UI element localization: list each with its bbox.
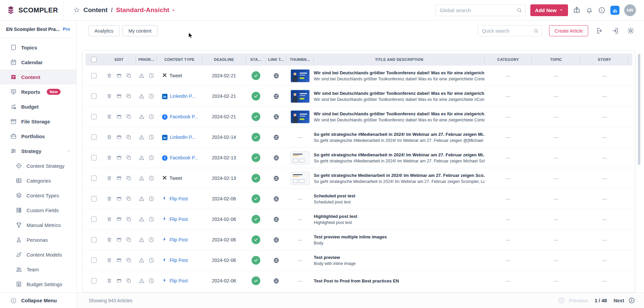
sidebar-item-reports[interactable]: Reports New (0, 84, 76, 99)
priority-warning-icon[interactable] (139, 93, 145, 99)
status-approved-icon[interactable] (252, 112, 260, 121)
content-type-link[interactable]: Flip Post (169, 217, 188, 222)
delete-icon[interactable] (106, 175, 112, 181)
chevron-down-icon[interactable] (66, 149, 71, 153)
sidebar-item-manual-metrics[interactable]: Manual Metrics (0, 218, 76, 232)
delete-icon[interactable] (106, 114, 112, 120)
column-header-thumbn[interactable]: THUMBN... (286, 53, 314, 66)
link-target-globe-icon[interactable] (273, 216, 279, 223)
column-header-link-t[interactable]: LINK T... (266, 53, 286, 66)
schedule-clock-icon[interactable] (148, 216, 154, 222)
sidebar-item-calendar[interactable]: Calendar (0, 55, 76, 70)
sidebar-item-content[interactable]: Content (0, 70, 76, 84)
duplicate-icon[interactable] (126, 257, 132, 263)
row-checkbox[interactable] (91, 114, 97, 119)
sidebar-item-portfolios[interactable]: Portfolios (0, 129, 76, 144)
avatar[interactable]: HR (624, 4, 636, 16)
import-icon[interactable] (596, 27, 604, 35)
duplicate-icon[interactable] (126, 155, 132, 161)
content-type-link[interactable]: Flip Post (169, 278, 188, 283)
delete-icon[interactable] (106, 196, 112, 202)
content-type-link[interactable]: LinkedIn P... (170, 93, 195, 99)
sidebar-item-content-models[interactable]: Content Models (0, 247, 76, 262)
sidebar-item-file-storage[interactable]: File Storage (0, 114, 76, 129)
row-checkbox[interactable] (91, 134, 97, 140)
status-approved-icon[interactable] (252, 215, 260, 224)
sidebar-item-topics[interactable]: Topics (0, 40, 76, 55)
column-header-category[interactable]: CATEGORY (485, 53, 532, 66)
column-header-edit[interactable]: EDIT (102, 53, 136, 66)
thumbnail[interactable] (291, 110, 310, 123)
column-header-sta[interactable]: STA... (246, 53, 266, 66)
content-type-link[interactable]: Facebook P... (170, 155, 198, 160)
schedule-clock-icon[interactable] (148, 93, 154, 99)
row-checkbox[interactable] (91, 196, 97, 201)
thumbnail[interactable] (291, 151, 310, 164)
sidebar-item-strategy[interactable]: Strategy (0, 144, 76, 158)
delete-icon[interactable] (106, 134, 112, 140)
schedule-clock-icon[interactable] (148, 73, 154, 79)
status-approved-icon[interactable] (252, 256, 260, 265)
quick-search-input[interactable] (478, 25, 542, 36)
schedule-clock-icon[interactable] (148, 257, 154, 263)
previous-page-button[interactable]: Previous (569, 298, 588, 303)
sidebar-item-categories[interactable]: Categories (0, 173, 76, 188)
link-target-globe-icon[interactable] (273, 114, 279, 120)
workspace-switcher[interactable]: EN Scompler Best Pra... Pro (0, 21, 76, 38)
link-target-globe-icon[interactable] (273, 257, 279, 264)
row-checkbox[interactable] (91, 93, 97, 99)
article-title[interactable]: Scheduled post test (314, 193, 355, 199)
duplicate-icon[interactable] (126, 237, 132, 243)
breadcrumb-section[interactable]: Content (83, 6, 108, 14)
link-target-globe-icon[interactable] (273, 134, 279, 141)
row-checkbox[interactable] (91, 176, 97, 181)
global-search-input[interactable] (435, 4, 526, 16)
schedule-clock-icon[interactable] (148, 134, 154, 140)
column-header-deadline[interactable]: DEADLINE (202, 53, 246, 66)
priority-warning-icon[interactable] (139, 155, 145, 161)
schedule-clock-icon[interactable] (148, 155, 154, 161)
article-title[interactable]: So geht strategische #Medienarbeit in 20… (314, 131, 485, 138)
row-checkbox[interactable] (91, 217, 97, 222)
delete-icon[interactable] (106, 216, 112, 222)
window-icon[interactable] (116, 175, 122, 181)
collapse-menu-button[interactable]: Collapse Menu (0, 293, 76, 308)
content-type-link[interactable]: Flip Post (169, 196, 188, 201)
sidebar-item-personas[interactable]: Personas (0, 232, 76, 247)
table-scrollbar[interactable] (638, 54, 640, 165)
info-icon[interactable] (598, 6, 606, 14)
link-target-globe-icon[interactable] (273, 175, 279, 182)
schedule-clock-icon[interactable] (148, 114, 154, 120)
window-icon[interactable] (116, 196, 122, 202)
duplicate-icon[interactable] (126, 175, 132, 181)
status-approved-icon[interactable] (252, 235, 260, 244)
article-title[interactable]: Wir sind bei Deutschlands größter Toolko… (314, 90, 485, 97)
priority-warning-icon[interactable] (139, 196, 145, 202)
window-icon[interactable] (116, 155, 122, 161)
delete-icon[interactable] (106, 93, 112, 99)
priority-warning-icon[interactable] (139, 134, 145, 140)
content-type-link[interactable]: Facebook P... (170, 114, 198, 119)
column-header-prior[interactable]: PRIOR... (136, 53, 157, 66)
content-type-link[interactable]: LinkedIn P... (170, 134, 195, 140)
status-approved-icon[interactable] (252, 133, 260, 142)
window-icon[interactable] (116, 114, 122, 120)
duplicate-icon[interactable] (126, 278, 132, 284)
next-page-icon[interactable] (628, 297, 635, 304)
delete-icon[interactable] (106, 257, 112, 263)
create-article-button[interactable]: Create Article (549, 25, 588, 36)
priority-warning-icon[interactable] (139, 216, 145, 222)
status-approved-icon[interactable] (252, 276, 260, 285)
sidebar-item-custom-fields[interactable]: Custom Fields (0, 203, 76, 218)
intercom-chat-icon[interactable] (610, 6, 619, 15)
priority-warning-icon[interactable] (139, 278, 145, 284)
sidebar-item-budget[interactable]: Budget (0, 99, 76, 114)
scompler-logo[interactable]: SCOMPLER (0, 0, 64, 20)
status-approved-icon[interactable] (252, 92, 260, 101)
settings-gear-icon[interactable] (627, 27, 635, 35)
next-page-button[interactable]: Next (614, 298, 624, 303)
link-target-globe-icon[interactable] (273, 73, 279, 79)
link-target-globe-icon[interactable] (273, 237, 279, 243)
column-header-topic[interactable]: TOPIC (532, 53, 580, 66)
schedule-clock-icon[interactable] (148, 278, 154, 284)
